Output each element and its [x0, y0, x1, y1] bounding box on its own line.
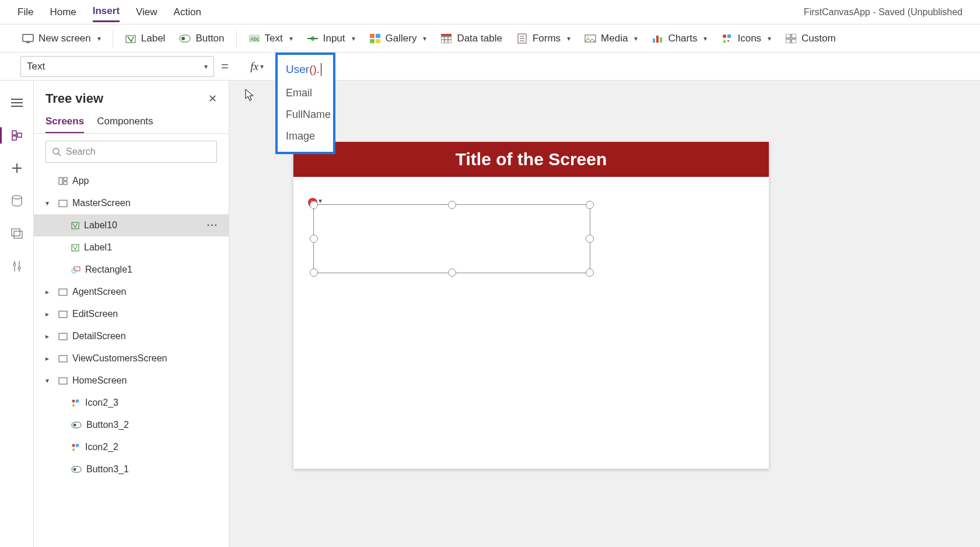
chevron-right-icon[interactable]: ▸ [46, 354, 54, 363]
icons-icon [71, 443, 80, 451]
suggestion-email[interactable]: Email [278, 82, 333, 104]
tree-app[interactable]: App [34, 170, 229, 192]
screen-label: MasterScreen [72, 198, 131, 208]
tree-item-label1[interactable]: Label1 [34, 236, 229, 259]
tab-components[interactable]: Components [97, 116, 153, 133]
tree-screen-detailscreen[interactable]: ▸ DetailScreen [34, 325, 229, 347]
menubar: File Home Insert View Action FirstCanvas… [0, 0, 980, 25]
label-button[interactable]: Label [118, 29, 173, 48]
more-icon[interactable]: ··· [207, 220, 218, 231]
menu-action[interactable]: Action [174, 3, 201, 22]
svg-rect-11 [376, 34, 380, 38]
button-icon [71, 421, 82, 428]
svg-rect-61 [59, 333, 67, 340]
svg-point-67 [74, 424, 76, 427]
button-icon [179, 33, 191, 44]
chevron-down-icon: ▾ [260, 62, 264, 71]
text-caret [321, 63, 321, 76]
svg-point-28 [723, 34, 726, 38]
screen-icon [58, 355, 68, 363]
button-button[interactable]: Button [172, 29, 231, 48]
icons-dropdown[interactable]: Icons ▾ [714, 29, 778, 48]
tab-screens[interactable]: Screens [46, 116, 84, 133]
media-label: Media [601, 33, 628, 44]
screen-icon [22, 33, 34, 44]
input-icon [307, 33, 318, 44]
forms-dropdown[interactable]: Forms ▾ [509, 29, 578, 48]
chevron-down-icon[interactable]: ▾ [318, 197, 322, 205]
tree-screen-editscreen[interactable]: ▸ EditScreen [34, 303, 229, 325]
menu-file[interactable]: File [18, 3, 33, 22]
svg-point-68 [72, 444, 75, 447]
media-dropdown[interactable]: Media ▾ [578, 29, 645, 48]
custom-dropdown[interactable]: Custom [778, 29, 843, 48]
chevron-right-icon[interactable]: ▸ [46, 310, 54, 318]
chevron-down-icon[interactable]: ▾ [46, 199, 54, 207]
tree-item-button3-2[interactable]: Button3_2 [34, 414, 229, 436]
new-screen-button[interactable]: New screen ▾ [15, 29, 108, 48]
screen-label: EditScreen [72, 309, 118, 319]
media-rail-icon[interactable] [9, 225, 25, 242]
tree-item-icon2-3[interactable]: Icon2_3 [34, 392, 229, 414]
screen-label: AgentScreen [72, 287, 127, 297]
svg-rect-65 [76, 400, 79, 403]
canvas-area[interactable]: Title of the Screen ✕ ▾ [229, 81, 980, 547]
tree-item-rectangle1[interactable]: Rectangle1 [34, 259, 229, 281]
property-dropdown[interactable]: Text ▾ [20, 56, 214, 77]
media-icon [584, 33, 596, 44]
tree-item-label10[interactable]: Label10 ··· [34, 214, 229, 236]
suggestion-fullname[interactable]: FullName [278, 104, 333, 126]
fx-button[interactable]: fx ▾ [236, 56, 266, 77]
chevron-right-icon[interactable]: ▸ [46, 288, 54, 296]
text-icon: Abc [249, 33, 260, 44]
tree-view-icon[interactable] [9, 127, 25, 144]
tree-screen-homescreen[interactable]: ▾ HomeScreen [34, 370, 229, 392]
icons-label: Icons [737, 33, 761, 44]
menu-view[interactable]: View [136, 3, 158, 22]
datatable-button[interactable]: Data table [433, 29, 509, 48]
menu-insert[interactable]: Insert [93, 2, 120, 22]
chevron-right-icon[interactable]: ▸ [46, 332, 54, 340]
text-dropdown[interactable]: Abc Text ▾ [242, 29, 300, 48]
tree-screen-agentscreen[interactable]: ▸ AgentScreen [34, 281, 229, 303]
gallery-dropdown[interactable]: Gallery ▾ [362, 29, 434, 48]
formula-input[interactable]: User(). [278, 55, 333, 79]
tree-screen-viewcustomersscreen[interactable]: ▸ ViewCustomersScreen [34, 347, 229, 370]
screen-icon [58, 311, 68, 318]
input-dropdown[interactable]: Input ▾ [300, 29, 362, 48]
insert-icon[interactable] [9, 160, 25, 176]
tree-screen-masterscreen[interactable]: ▾ MasterScreen [34, 192, 229, 214]
tree-scroll[interactable]: App ▾ MasterScreen Label10 ··· Label1 Re… [34, 170, 229, 547]
svg-rect-53 [64, 182, 67, 184]
tree-item-button3-1[interactable]: Button3_1 [34, 458, 229, 480]
tree-title: Tree view [46, 91, 103, 106]
chevron-down-icon: ▾ [634, 34, 638, 43]
svg-rect-32 [786, 39, 790, 43]
shape-icon [71, 266, 80, 274]
item-label: Button3_1 [86, 464, 129, 475]
selected-control[interactable]: ✕ ▾ [313, 204, 590, 273]
hamburger-icon[interactable] [9, 95, 25, 111]
forms-label: Forms [533, 33, 561, 44]
fx-label: fx [250, 60, 258, 73]
svg-rect-52 [64, 177, 67, 180]
app-title: FirstCanvasApp - Saved (Unpublished [804, 7, 963, 18]
charts-dropdown[interactable]: Charts ▾ [645, 29, 714, 48]
app-icon [58, 177, 68, 185]
menu-home[interactable]: Home [50, 3, 76, 22]
suggestion-image[interactable]: Image [278, 126, 333, 147]
data-icon[interactable] [9, 193, 25, 209]
close-icon[interactable]: ✕ [208, 92, 217, 105]
svg-point-49 [53, 148, 59, 154]
svg-rect-30 [786, 34, 790, 38]
canvas[interactable]: Title of the Screen ✕ ▾ [293, 142, 769, 469]
svg-rect-63 [59, 378, 67, 384]
tree-item-icon2-2[interactable]: Icon2_2 [34, 436, 229, 458]
search-icon [52, 147, 61, 156]
new-screen-label: New screen [38, 33, 91, 44]
advanced-tools-icon[interactable] [9, 258, 25, 274]
chevron-down-icon[interactable]: ▾ [46, 377, 54, 385]
chevron-down-icon: ▾ [97, 34, 101, 43]
search-input[interactable]: Search [46, 141, 217, 163]
item-label: Icon2_3 [85, 398, 118, 408]
